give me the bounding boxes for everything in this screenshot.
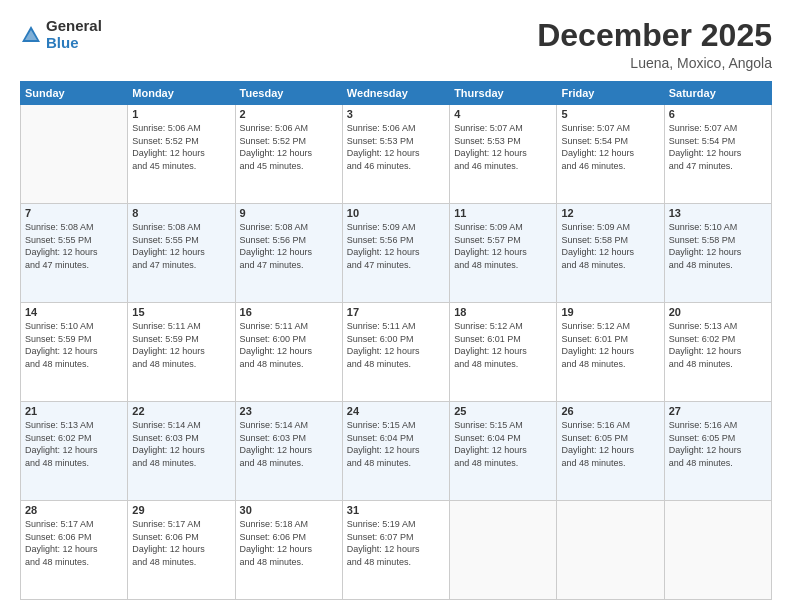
weekday-header-monday: Monday (128, 82, 235, 105)
day-info: Sunrise: 5:14 AMSunset: 6:03 PMDaylight:… (240, 419, 338, 469)
day-number: 9 (240, 207, 338, 219)
weekday-header-saturday: Saturday (664, 82, 771, 105)
calendar-cell: 10Sunrise: 5:09 AMSunset: 5:56 PMDayligh… (342, 204, 449, 303)
calendar-week-5: 28Sunrise: 5:17 AMSunset: 6:06 PMDayligh… (21, 501, 772, 600)
calendar-cell: 11Sunrise: 5:09 AMSunset: 5:57 PMDayligh… (450, 204, 557, 303)
calendar-cell: 27Sunrise: 5:16 AMSunset: 6:05 PMDayligh… (664, 402, 771, 501)
day-number: 11 (454, 207, 552, 219)
header: General Blue December 2025 Luena, Moxico… (20, 18, 772, 71)
calendar-cell: 9Sunrise: 5:08 AMSunset: 5:56 PMDaylight… (235, 204, 342, 303)
calendar-cell: 14Sunrise: 5:10 AMSunset: 5:59 PMDayligh… (21, 303, 128, 402)
day-info: Sunrise: 5:12 AMSunset: 6:01 PMDaylight:… (561, 320, 659, 370)
calendar-cell: 5Sunrise: 5:07 AMSunset: 5:54 PMDaylight… (557, 105, 664, 204)
location: Luena, Moxico, Angola (537, 55, 772, 71)
day-number: 26 (561, 405, 659, 417)
calendar-cell (21, 105, 128, 204)
calendar-week-1: 1Sunrise: 5:06 AMSunset: 5:52 PMDaylight… (21, 105, 772, 204)
day-info: Sunrise: 5:10 AMSunset: 5:58 PMDaylight:… (669, 221, 767, 271)
day-info: Sunrise: 5:10 AMSunset: 5:59 PMDaylight:… (25, 320, 123, 370)
logo-icon (20, 24, 42, 46)
day-number: 3 (347, 108, 445, 120)
day-number: 23 (240, 405, 338, 417)
day-number: 12 (561, 207, 659, 219)
day-info: Sunrise: 5:15 AMSunset: 6:04 PMDaylight:… (454, 419, 552, 469)
page: General Blue December 2025 Luena, Moxico… (0, 0, 792, 612)
logo-text: General Blue (46, 18, 102, 51)
weekday-header-wednesday: Wednesday (342, 82, 449, 105)
weekday-header-row: SundayMondayTuesdayWednesdayThursdayFrid… (21, 82, 772, 105)
calendar-cell: 18Sunrise: 5:12 AMSunset: 6:01 PMDayligh… (450, 303, 557, 402)
calendar-cell: 16Sunrise: 5:11 AMSunset: 6:00 PMDayligh… (235, 303, 342, 402)
calendar-cell: 1Sunrise: 5:06 AMSunset: 5:52 PMDaylight… (128, 105, 235, 204)
day-info: Sunrise: 5:06 AMSunset: 5:53 PMDaylight:… (347, 122, 445, 172)
day-number: 25 (454, 405, 552, 417)
day-info: Sunrise: 5:06 AMSunset: 5:52 PMDaylight:… (240, 122, 338, 172)
day-number: 27 (669, 405, 767, 417)
logo-blue: Blue (46, 35, 102, 52)
calendar-cell: 25Sunrise: 5:15 AMSunset: 6:04 PMDayligh… (450, 402, 557, 501)
calendar-cell: 19Sunrise: 5:12 AMSunset: 6:01 PMDayligh… (557, 303, 664, 402)
calendar-cell: 8Sunrise: 5:08 AMSunset: 5:55 PMDaylight… (128, 204, 235, 303)
day-number: 30 (240, 504, 338, 516)
day-number: 19 (561, 306, 659, 318)
day-number: 5 (561, 108, 659, 120)
day-number: 29 (132, 504, 230, 516)
day-number: 14 (25, 306, 123, 318)
day-info: Sunrise: 5:06 AMSunset: 5:52 PMDaylight:… (132, 122, 230, 172)
calendar-cell: 3Sunrise: 5:06 AMSunset: 5:53 PMDaylight… (342, 105, 449, 204)
day-number: 18 (454, 306, 552, 318)
day-number: 15 (132, 306, 230, 318)
day-info: Sunrise: 5:07 AMSunset: 5:54 PMDaylight:… (669, 122, 767, 172)
calendar-cell (557, 501, 664, 600)
day-number: 20 (669, 306, 767, 318)
calendar-cell: 20Sunrise: 5:13 AMSunset: 6:02 PMDayligh… (664, 303, 771, 402)
calendar: SundayMondayTuesdayWednesdayThursdayFrid… (20, 81, 772, 600)
calendar-cell: 30Sunrise: 5:18 AMSunset: 6:06 PMDayligh… (235, 501, 342, 600)
title-block: December 2025 Luena, Moxico, Angola (537, 18, 772, 71)
weekday-header-tuesday: Tuesday (235, 82, 342, 105)
calendar-cell: 15Sunrise: 5:11 AMSunset: 5:59 PMDayligh… (128, 303, 235, 402)
weekday-header-sunday: Sunday (21, 82, 128, 105)
day-number: 1 (132, 108, 230, 120)
day-info: Sunrise: 5:13 AMSunset: 6:02 PMDaylight:… (669, 320, 767, 370)
day-number: 16 (240, 306, 338, 318)
day-info: Sunrise: 5:14 AMSunset: 6:03 PMDaylight:… (132, 419, 230, 469)
day-info: Sunrise: 5:16 AMSunset: 6:05 PMDaylight:… (669, 419, 767, 469)
day-number: 10 (347, 207, 445, 219)
weekday-header-friday: Friday (557, 82, 664, 105)
day-info: Sunrise: 5:09 AMSunset: 5:57 PMDaylight:… (454, 221, 552, 271)
day-number: 24 (347, 405, 445, 417)
calendar-cell: 2Sunrise: 5:06 AMSunset: 5:52 PMDaylight… (235, 105, 342, 204)
day-info: Sunrise: 5:13 AMSunset: 6:02 PMDaylight:… (25, 419, 123, 469)
month-title: December 2025 (537, 18, 772, 53)
weekday-header-thursday: Thursday (450, 82, 557, 105)
day-info: Sunrise: 5:15 AMSunset: 6:04 PMDaylight:… (347, 419, 445, 469)
calendar-cell: 22Sunrise: 5:14 AMSunset: 6:03 PMDayligh… (128, 402, 235, 501)
day-info: Sunrise: 5:17 AMSunset: 6:06 PMDaylight:… (25, 518, 123, 568)
calendar-cell: 21Sunrise: 5:13 AMSunset: 6:02 PMDayligh… (21, 402, 128, 501)
day-number: 7 (25, 207, 123, 219)
day-info: Sunrise: 5:11 AMSunset: 6:00 PMDaylight:… (347, 320, 445, 370)
day-number: 21 (25, 405, 123, 417)
day-number: 17 (347, 306, 445, 318)
calendar-cell: 12Sunrise: 5:09 AMSunset: 5:58 PMDayligh… (557, 204, 664, 303)
calendar-cell: 7Sunrise: 5:08 AMSunset: 5:55 PMDaylight… (21, 204, 128, 303)
day-info: Sunrise: 5:07 AMSunset: 5:54 PMDaylight:… (561, 122, 659, 172)
day-info: Sunrise: 5:16 AMSunset: 6:05 PMDaylight:… (561, 419, 659, 469)
calendar-cell: 6Sunrise: 5:07 AMSunset: 5:54 PMDaylight… (664, 105, 771, 204)
day-number: 13 (669, 207, 767, 219)
day-number: 4 (454, 108, 552, 120)
day-number: 2 (240, 108, 338, 120)
calendar-cell: 23Sunrise: 5:14 AMSunset: 6:03 PMDayligh… (235, 402, 342, 501)
calendar-cell: 13Sunrise: 5:10 AMSunset: 5:58 PMDayligh… (664, 204, 771, 303)
day-number: 22 (132, 405, 230, 417)
calendar-cell: 17Sunrise: 5:11 AMSunset: 6:00 PMDayligh… (342, 303, 449, 402)
day-info: Sunrise: 5:12 AMSunset: 6:01 PMDaylight:… (454, 320, 552, 370)
calendar-cell: 29Sunrise: 5:17 AMSunset: 6:06 PMDayligh… (128, 501, 235, 600)
day-number: 31 (347, 504, 445, 516)
logo-general: General (46, 18, 102, 35)
calendar-week-3: 14Sunrise: 5:10 AMSunset: 5:59 PMDayligh… (21, 303, 772, 402)
calendar-week-4: 21Sunrise: 5:13 AMSunset: 6:02 PMDayligh… (21, 402, 772, 501)
day-info: Sunrise: 5:19 AMSunset: 6:07 PMDaylight:… (347, 518, 445, 568)
logo: General Blue (20, 18, 102, 51)
